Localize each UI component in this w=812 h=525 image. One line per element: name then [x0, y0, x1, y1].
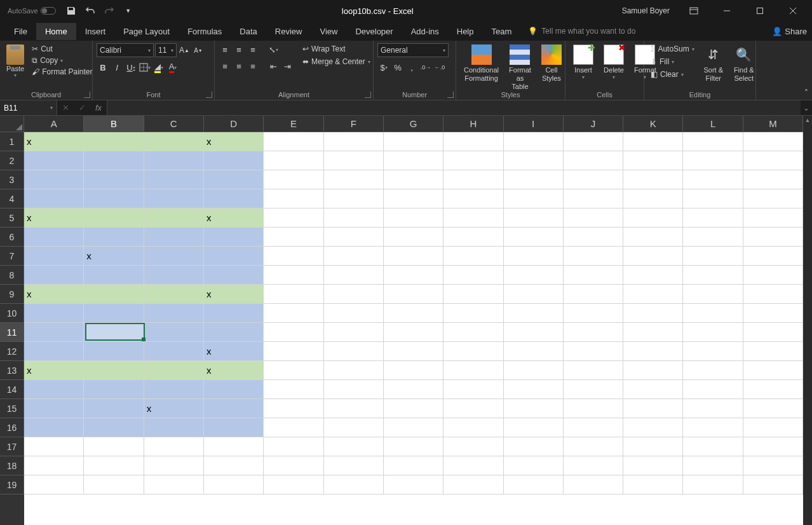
cell-I6[interactable] [504, 228, 564, 247]
cell-B8[interactable] [84, 266, 144, 285]
increase-decimal-button[interactable]: .0→ [419, 61, 432, 74]
alignment-dialog-launcher[interactable] [365, 92, 371, 98]
cell-L6[interactable] [683, 228, 743, 247]
close-button[interactable] [779, 1, 807, 20]
cell-L13[interactable] [683, 361, 743, 380]
cell-M1[interactable] [743, 132, 803, 151]
cell-F19[interactable] [324, 475, 384, 494]
borders-button[interactable]: ▾ [139, 61, 151, 74]
cell-I2[interactable] [504, 151, 564, 170]
cell-I19[interactable] [504, 475, 564, 494]
cell-B3[interactable] [84, 170, 144, 189]
username-label[interactable]: Samuel Boyer [617, 6, 675, 15]
cell-F12[interactable] [324, 342, 384, 361]
cell-L3[interactable] [683, 170, 743, 189]
clipboard-dialog-launcher[interactable] [84, 92, 90, 98]
cell-B10[interactable] [84, 304, 144, 323]
row-header-19[interactable]: 19 [0, 475, 24, 494]
cell-F9[interactable] [324, 285, 384, 304]
cell-B2[interactable] [84, 151, 144, 170]
cell-G1[interactable] [384, 132, 443, 151]
cell-D2[interactable] [204, 151, 264, 170]
cell-F15[interactable] [324, 399, 384, 418]
tab-addins[interactable]: Add-ins [402, 23, 448, 40]
cell-L1[interactable] [683, 132, 743, 151]
row-header-16[interactable]: 16 [0, 418, 24, 437]
cell-J12[interactable] [564, 342, 623, 361]
cell-C2[interactable] [144, 151, 204, 170]
cell-A3[interactable] [24, 170, 84, 189]
cell-I9[interactable] [504, 285, 564, 304]
cell-A17[interactable] [24, 437, 84, 456]
cell-I13[interactable] [504, 361, 564, 380]
merge-center-button[interactable]: ⬌Merge & Center▾ [300, 56, 373, 67]
cell-A19[interactable] [24, 475, 84, 494]
cell-L9[interactable] [683, 285, 743, 304]
row-header-7[interactable]: 7 [0, 247, 24, 266]
cell-K9[interactable] [623, 285, 683, 304]
comma-button[interactable]: , [405, 61, 418, 74]
cell-L16[interactable] [683, 418, 743, 437]
cell-B17[interactable] [84, 437, 144, 456]
cell-D13[interactable]: x [204, 361, 264, 380]
font-name-combo[interactable]: Calibri▾ [97, 43, 154, 57]
cell-K3[interactable] [623, 170, 683, 189]
cell-H15[interactable] [443, 399, 503, 418]
column-header-C[interactable]: C [144, 116, 204, 132]
cell-F4[interactable] [324, 189, 384, 208]
tab-review[interactable]: Review [266, 23, 311, 40]
column-header-I[interactable]: I [504, 116, 564, 132]
cell-E3[interactable] [264, 170, 323, 189]
cell-K7[interactable] [623, 247, 683, 266]
cell-G18[interactable] [384, 456, 443, 475]
cell-F13[interactable] [324, 361, 384, 380]
cell-E1[interactable] [264, 132, 323, 151]
cell-M4[interactable] [743, 189, 803, 208]
cell-J13[interactable] [564, 361, 623, 380]
cell-D15[interactable] [204, 399, 264, 418]
row-header-18[interactable]: 18 [0, 456, 24, 475]
cell-E10[interactable] [264, 304, 323, 323]
cell-H18[interactable] [443, 456, 503, 475]
cell-F5[interactable] [324, 208, 384, 228]
align-top-button[interactable]: ≡ [219, 43, 231, 56]
cell-A14[interactable] [24, 380, 84, 399]
column-header-H[interactable]: H [443, 116, 503, 132]
cell-D16[interactable] [204, 418, 264, 437]
cell-B6[interactable] [84, 228, 144, 247]
bold-button[interactable]: B [97, 61, 109, 74]
cell-K10[interactable] [623, 304, 683, 323]
cell-B1[interactable] [84, 132, 144, 151]
cell-K11[interactable] [623, 323, 683, 342]
cell-E19[interactable] [264, 475, 323, 494]
cell-B11[interactable] [84, 323, 144, 342]
cell-D5[interactable]: x [204, 208, 264, 228]
tab-help[interactable]: Help [448, 23, 483, 40]
cell-E5[interactable] [264, 208, 323, 228]
cell-I17[interactable] [504, 437, 564, 456]
cell-D12[interactable]: x [204, 342, 264, 361]
name-box[interactable]: B11▾ [0, 100, 57, 115]
row-header-8[interactable]: 8 [0, 266, 24, 285]
cell-H17[interactable] [443, 437, 503, 456]
font-size-combo[interactable]: 11▾ [155, 43, 177, 57]
cell-H7[interactable] [443, 247, 503, 266]
cell-A9[interactable]: x [24, 285, 84, 304]
cell-K14[interactable] [623, 380, 683, 399]
cell-F1[interactable] [324, 132, 384, 151]
undo-icon[interactable] [85, 6, 95, 16]
cell-C15[interactable]: x [144, 399, 204, 418]
row-header-17[interactable]: 17 [0, 437, 24, 456]
cell-H11[interactable] [443, 323, 503, 342]
cell-G3[interactable] [384, 170, 443, 189]
vertical-scrollbar[interactable]: ▲ [803, 116, 812, 525]
cell-D4[interactable] [204, 189, 264, 208]
cell-C5[interactable] [144, 208, 204, 228]
tab-home[interactable]: Home [36, 23, 76, 40]
italic-button[interactable]: I [111, 61, 123, 74]
row-header-13[interactable]: 13 [0, 361, 24, 380]
autosave-toggle[interactable]: AutoSave [3, 7, 61, 15]
row-header-6[interactable]: 6 [0, 228, 24, 247]
cell-J8[interactable] [564, 266, 623, 285]
cell-A1[interactable]: x [24, 132, 84, 151]
